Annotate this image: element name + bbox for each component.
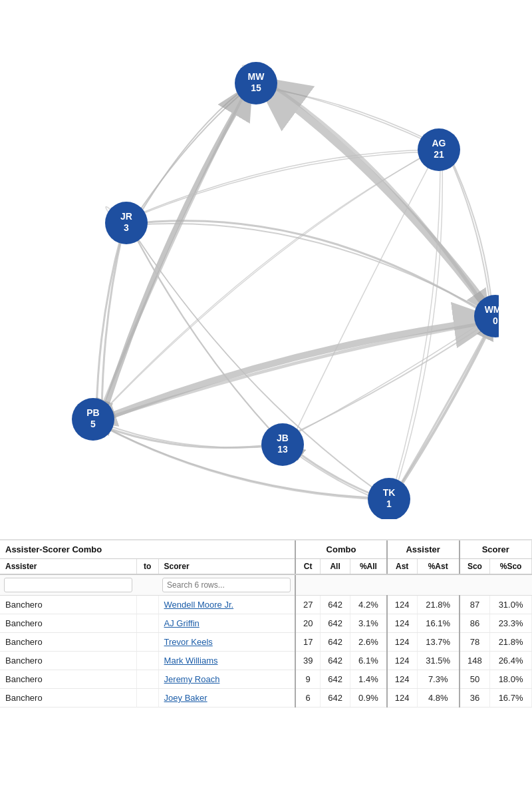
table-body: Banchero Wendell Moore Jr. 27 642 4.2% 1…: [0, 596, 532, 707]
svg-text:13: 13: [277, 444, 288, 455]
table-row: Banchero Joey Baker 6 642 0.9% 124 4.8% …: [0, 689, 532, 707]
cell-pct-sco: 18.0%: [490, 670, 532, 689]
cell-pct-ast: 16.1%: [417, 614, 459, 633]
cell-ast: 124: [387, 652, 418, 670]
scorer-search-input[interactable]: [162, 578, 291, 592]
cell-pct-all: 4.2%: [350, 596, 387, 614]
cell-sco: 87: [460, 596, 490, 614]
cell-ast: 124: [387, 689, 418, 707]
svg-text:0: 0: [493, 315, 498, 326]
cell-assister: Banchero: [0, 689, 136, 707]
svg-text:MW: MW: [248, 71, 265, 82]
network-graph: MW 15 AG 21 WMJ 0 TK 1 JB 13 PB 5 JR 3: [0, 0, 532, 539]
cell-pct-sco: 31.0%: [490, 596, 532, 614]
to-cell-search: [136, 574, 158, 596]
table-wrapper: Assister-Scorer Combo Combo Assister Sco…: [0, 540, 532, 707]
group-header-combo: Combo: [295, 540, 386, 559]
cell-assister: Banchero: [0, 652, 136, 670]
cell-ast: 124: [387, 633, 418, 652]
group-header-assister: Assister: [387, 540, 460, 559]
table-row: Banchero Jeremy Roach 9 642 1.4% 124 7.3…: [0, 670, 532, 689]
cell-pct-ast: 21.8%: [417, 596, 459, 614]
cell-pct-ast: 4.8%: [417, 689, 459, 707]
cell-scorer[interactable]: AJ Griffin: [158, 614, 295, 633]
table-row: Banchero AJ Griffin 20 642 3.1% 124 16.1…: [0, 614, 532, 633]
cell-ct: 9: [295, 670, 320, 689]
col-sco: Sco: [460, 559, 490, 575]
svg-text:WMJ: WMJ: [485, 304, 499, 315]
cell-ct: 39: [295, 652, 320, 670]
assister-search-input[interactable]: [4, 578, 132, 592]
cell-to: [136, 633, 158, 652]
cell-to: [136, 670, 158, 689]
cell-ast: 124: [387, 614, 418, 633]
cell-sco: 148: [460, 652, 490, 670]
group-header-assister-scorer: Assister-Scorer Combo: [0, 540, 295, 559]
group-header-scorer: Scorer: [460, 540, 532, 559]
col-header-row: Assister to Scorer Ct All %All Ast %Ast …: [0, 559, 532, 575]
table-row: Banchero Wendell Moore Jr. 27 642 4.2% 1…: [0, 596, 532, 614]
assister-search-cell[interactable]: [0, 574, 136, 596]
col-ct: Ct: [295, 559, 320, 575]
cell-all: 642: [321, 652, 350, 670]
cell-scorer[interactable]: Mark Williams: [158, 652, 295, 670]
cell-pct-ast: 7.3%: [417, 670, 459, 689]
cell-pct-sco: 23.3%: [490, 614, 532, 633]
cell-assister: Banchero: [0, 614, 136, 633]
svg-text:PB: PB: [86, 407, 99, 418]
cell-to: [136, 689, 158, 707]
col-to: to: [136, 559, 158, 575]
empty-search-cells: [295, 574, 531, 596]
col-pct-sco: %Sco: [490, 559, 532, 575]
col-ast: Ast: [387, 559, 418, 575]
table-row: Banchero Trevor Keels 17 642 2.6% 124 13…: [0, 633, 532, 652]
cell-pct-ast: 31.5%: [417, 652, 459, 670]
cell-all: 642: [321, 689, 350, 707]
cell-sco: 78: [460, 633, 490, 652]
cell-assister: Banchero: [0, 633, 136, 652]
cell-ast: 124: [387, 670, 418, 689]
col-pct-all: %All: [350, 559, 387, 575]
col-scorer: Scorer: [158, 559, 295, 575]
cell-scorer[interactable]: Jeremy Roach: [158, 670, 295, 689]
cell-scorer[interactable]: Joey Baker: [158, 689, 295, 707]
scorer-search-cell[interactable]: [158, 574, 295, 596]
cell-ast: 124: [387, 596, 418, 614]
cell-pct-sco: 16.7%: [490, 689, 532, 707]
svg-text:3: 3: [124, 222, 129, 233]
search-row: [0, 574, 532, 596]
cell-ct: 20: [295, 614, 320, 633]
cell-to: [136, 614, 158, 633]
cell-all: 642: [321, 633, 350, 652]
col-assister: Assister: [0, 559, 136, 575]
assister-scorer-table: Assister-Scorer Combo Combo Assister Sco…: [0, 540, 532, 707]
svg-text:15: 15: [251, 83, 261, 93]
cell-sco: 36: [460, 689, 490, 707]
cell-ct: 6: [295, 689, 320, 707]
svg-text:JR: JR: [120, 211, 132, 222]
cell-sco: 86: [460, 614, 490, 633]
cell-pct-all: 2.6%: [350, 633, 387, 652]
svg-text:TK: TK: [383, 487, 396, 498]
cell-all: 642: [321, 614, 350, 633]
svg-text:21: 21: [434, 149, 444, 160]
group-header-row: Assister-Scorer Combo Combo Assister Sco…: [0, 540, 532, 559]
cell-ct: 17: [295, 633, 320, 652]
svg-text:AG: AG: [432, 138, 446, 148]
cell-pct-all: 3.1%: [350, 614, 387, 633]
data-table-section: Assister-Scorer Combo Combo Assister Sco…: [0, 539, 532, 707]
cell-pct-sco: 21.8%: [490, 633, 532, 652]
cell-pct-all: 1.4%: [350, 670, 387, 689]
col-pct-ast: %Ast: [417, 559, 459, 575]
cell-ct: 27: [295, 596, 320, 614]
chord-diagram: MW 15 AG 21 WMJ 0 TK 1 JB 13 PB 5 JR 3: [33, 20, 499, 519]
cell-to: [136, 652, 158, 670]
cell-scorer[interactable]: Wendell Moore Jr.: [158, 596, 295, 614]
cell-assister: Banchero: [0, 670, 136, 689]
cell-pct-sco: 26.4%: [490, 652, 532, 670]
svg-text:1: 1: [386, 499, 392, 509]
cell-pct-all: 6.1%: [350, 652, 387, 670]
cell-all: 642: [321, 670, 350, 689]
cell-scorer[interactable]: Trevor Keels: [158, 633, 295, 652]
cell-pct-all: 0.9%: [350, 689, 387, 707]
